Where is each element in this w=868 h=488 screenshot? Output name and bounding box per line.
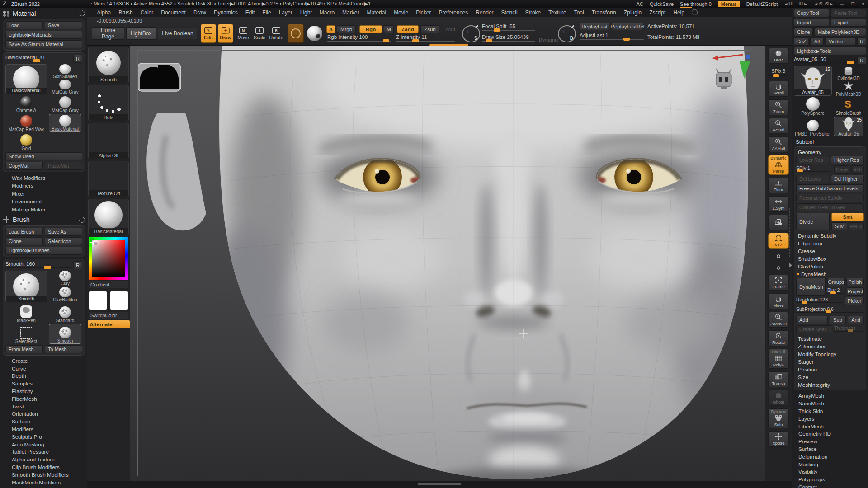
- brush-section[interactable]: Orientation: [3, 410, 85, 418]
- lightbox-tools-button[interactable]: Lightbox▶Tools: [794, 47, 866, 55]
- tool-section[interactable]: Geometry HD: [794, 430, 866, 438]
- brush-selecticon-button[interactable]: SelectIcon: [45, 237, 82, 245]
- show-used-button[interactable]: Show Used: [5, 152, 82, 160]
- right-shelf-button[interactable]: Move: [768, 293, 789, 309]
- rgb-intensity-slider[interactable]: Rgb Intensity 100: [327, 34, 391, 42]
- geometry-subsection[interactable]: ClayPolish: [796, 263, 864, 270]
- brush-restore-icon[interactable]: [78, 216, 86, 224]
- right-shelf-button[interactable]: SPix 3: [768, 66, 789, 78]
- tool-section[interactable]: Contact: [794, 483, 866, 488]
- lightbox-brushes-button[interactable]: Lightbox▶Brushes: [5, 247, 82, 255]
- menu-item[interactable]: Document: [157, 9, 190, 16]
- paint-a-toggle[interactable]: A: [326, 25, 335, 33]
- brush-thumb-claybuildup[interactable]: ClayBuildup: [49, 287, 81, 302]
- brush-thumb-maskpen[interactable]: MaskPen: [5, 303, 47, 323]
- zadd-toggle[interactable]: Zadd: [397, 25, 419, 33]
- mrgb-toggle[interactable]: Mrgb: [337, 25, 356, 33]
- pastemat-button[interactable]: PasteMat: [45, 162, 82, 170]
- default-zscript-button[interactable]: DefaultZScript: [746, 1, 778, 7]
- suv-toggle[interactable]: Suv: [831, 222, 847, 230]
- switch-color-button[interactable]: SwitchColor: [89, 312, 128, 319]
- current-material-sphere[interactable]: [307, 25, 323, 42]
- material-thumb-skinshade4[interactable]: SkinShade4: [49, 64, 81, 79]
- add-toggle[interactable]: Add: [796, 316, 828, 324]
- current-brush-button[interactable]: [288, 24, 304, 43]
- material-index-slider[interactable]: BasicMaterial. 41: [5, 55, 71, 63]
- geometry-subsection[interactable]: Position: [796, 366, 864, 373]
- dynamesh-button[interactable]: DynaMesh: [796, 278, 826, 296]
- focal-shift-slider[interactable]: Focal Shift -55: [482, 23, 535, 31]
- brush-section[interactable]: Curve: [3, 365, 85, 372]
- sdiv-slider[interactable]: SDiv 1: [796, 165, 832, 174]
- brush-section[interactable]: Modifiers: [3, 426, 85, 433]
- right-shelf-button[interactable]: XYZ: [768, 233, 789, 249]
- brush-thumb-clay[interactable]: Clay: [49, 271, 81, 286]
- tool-slider-r-button[interactable]: R: [857, 56, 866, 65]
- material-section[interactable]: Matcap Maker: [3, 206, 85, 214]
- right-shelf-button[interactable]: [773, 263, 784, 273]
- z-intensity-slider[interactable]: Z Intensity 11: [396, 34, 455, 42]
- current-stroke-thumb[interactable]: Dots: [88, 85, 129, 121]
- window-stack-icons[interactable]: ◄🗗 🗗►: [814, 2, 834, 6]
- stroke-curve-icon[interactable]: S: [462, 25, 480, 42]
- tool-section[interactable]: NanoMesh: [794, 400, 866, 408]
- brush-section[interactable]: MaskMesh Modifiers: [3, 479, 85, 486]
- window-minimize-icon[interactable]: —: [840, 2, 844, 6]
- quicksave-button[interactable]: QuickSave: [650, 1, 674, 7]
- zcut-toggle[interactable]: Zcut: [442, 25, 458, 33]
- right-shelf-button[interactable]: Dynamic Persp: [768, 155, 789, 175]
- cage-button[interactable]: Cage: [834, 165, 849, 174]
- brush-save-as-button[interactable]: Save As: [45, 228, 82, 236]
- tool-section[interactable]: Preview: [794, 438, 866, 446]
- reuv-button[interactable]: ReUV: [849, 222, 864, 230]
- tool-thumb-polymesh3d[interactable]: PolyMesh3D: [834, 81, 863, 96]
- material-thumb-matcap-gray[interactable]: MatCap Gray: [49, 80, 81, 94]
- draw-size-icon[interactable]: D: [558, 25, 576, 42]
- material-section[interactable]: Environment: [3, 198, 85, 206]
- ac-button[interactable]: AC: [637, 1, 643, 7]
- tool-thumb-cylinder3d[interactable]: Cylinder3D: [834, 66, 863, 80]
- blur-slider[interactable]: Blur 2: [827, 287, 845, 296]
- del-higher-button[interactable]: Del Higher: [831, 175, 864, 183]
- material-load-button[interactable]: Load: [5, 21, 43, 29]
- brush-section[interactable]: Create: [3, 357, 85, 365]
- goz-visible-button[interactable]: Visible: [826, 38, 855, 46]
- move-button[interactable]: M Move: [235, 24, 251, 43]
- paste-tool-button[interactable]: Paste Tool: [831, 9, 866, 17]
- tool-section[interactable]: Deformation: [794, 453, 866, 460]
- to-mesh-button[interactable]: To Mesh: [45, 345, 82, 353]
- material-r-button[interactable]: R: [73, 55, 82, 63]
- right-shelf-button[interactable]: [768, 215, 789, 230]
- brush-index-slider[interactable]: Smooth. 160: [5, 261, 71, 269]
- export-button[interactable]: Export: [831, 19, 866, 27]
- material-section[interactable]: Mixer: [3, 190, 85, 198]
- material-thumb-basicmaterial-selected[interactable]: BasicMaterial: [49, 114, 81, 132]
- lower-res-button[interactable]: Lower Res: [796, 156, 829, 164]
- m-toggle[interactable]: M: [384, 25, 394, 33]
- menu-item[interactable]: Edit: [241, 9, 259, 16]
- menu-item[interactable]: Transform: [588, 9, 620, 16]
- menu-item[interactable]: Stencil: [497, 9, 521, 16]
- thickness-slider[interactable]: Thickness: [834, 325, 864, 333]
- menu-item[interactable]: Movie: [390, 9, 412, 16]
- geometry-section[interactable]: Geometry: [796, 148, 864, 156]
- material-section[interactable]: Modifiers: [3, 182, 85, 190]
- divide-button[interactable]: Divide: [796, 213, 830, 230]
- material-thumb-gold[interactable]: Gold: [5, 133, 47, 151]
- groups-toggle[interactable]: Groups: [827, 278, 845, 286]
- menu-item[interactable]: Draw: [189, 9, 210, 16]
- smt-toggle[interactable]: Smt: [831, 213, 864, 221]
- bottom-scrollbar[interactable]: [418, 483, 461, 485]
- geometry-subsection[interactable]: EdgeLoop: [796, 239, 864, 247]
- right-shelf-button[interactable]: Floor: [768, 178, 789, 193]
- resolution-slider[interactable]: Resolution 128: [796, 297, 843, 305]
- make-polymesh3d-button[interactable]: Make PolyMesh3D: [815, 28, 866, 36]
- color-picker[interactable]: [89, 237, 128, 280]
- sub-toggle[interactable]: Sub: [830, 316, 846, 324]
- tool-section[interactable]: Thick Skin: [794, 408, 866, 415]
- brush-thumb-smooth-large[interactable]: Smooth: [5, 271, 47, 302]
- tool-section[interactable]: ArrayMesh: [794, 392, 866, 400]
- gradient-label[interactable]: Gradient: [89, 281, 128, 288]
- menu-item[interactable]: Help: [670, 9, 689, 16]
- window-close-icon[interactable]: ✕: [861, 2, 865, 6]
